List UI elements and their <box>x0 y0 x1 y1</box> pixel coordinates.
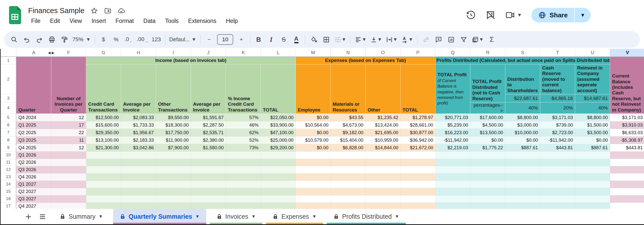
menu-view[interactable]: View <box>67 17 85 25</box>
cell-M14[interactable] <box>296 181 331 188</box>
share-dropdown[interactable]: ▼ <box>575 12 591 18</box>
menu-help[interactable]: Help <box>223 17 241 25</box>
row-header-3[interactable]: 3 <box>1 94 16 102</box>
increase-font-size-button[interactable]: + <box>235 33 247 46</box>
cell-F11[interactable] <box>51 159 86 166</box>
cell-S12[interactable] <box>505 166 540 173</box>
cell-R12[interactable] <box>470 166 505 173</box>
cell-U12[interactable] <box>575 166 610 173</box>
cell-G14[interactable] <box>86 181 121 188</box>
banner-expenses[interactable]: Expenses (based on Expenses Tab) <box>296 57 435 64</box>
cell-H16[interactable] <box>121 195 156 203</box>
header-other-transactions[interactable]: Other Transactions <box>156 64 191 114</box>
menu-extensions[interactable]: Extensions <box>185 17 220 25</box>
cell-V5[interactable]: $3,171.03 <box>610 114 644 121</box>
format-currency-button[interactable]: $ <box>97 33 110 46</box>
cell-F9[interactable]: 12 <box>51 144 86 152</box>
row-header-13[interactable]: 13 <box>1 173 16 181</box>
cell-N15[interactable] <box>331 188 366 195</box>
cell-Q13[interactable] <box>435 173 470 181</box>
vertical-align-button[interactable]: ▼ <box>369 33 384 46</box>
cell-R9[interactable]: $1,775.22 <box>470 144 505 152</box>
insert-comment-button[interactable] <box>432 33 444 46</box>
cell-G10[interactable] <box>86 152 121 159</box>
row-header-2[interactable]: 2 <box>1 64 16 94</box>
strikethrough-button[interactable]: S <box>278 33 290 46</box>
cell-R7[interactable]: $13,500.00 <box>470 129 505 136</box>
cell-T13[interactable] <box>540 173 575 181</box>
row-header-12[interactable]: 12 <box>1 166 16 173</box>
cell-K8[interactable]: 52% <box>226 136 261 144</box>
cell-I12[interactable] <box>156 166 191 173</box>
cell-H7[interactable]: $1,956.67 <box>121 129 156 136</box>
cell-G6[interactable]: $15,600.00 <box>86 121 121 129</box>
cell-L7[interactable]: $47,100.00 <box>261 129 296 136</box>
text-wrap-button[interactable]: ▼ <box>384 33 399 46</box>
cell-P13[interactable] <box>401 173 435 181</box>
cell-A8[interactable]: Q3 2025 <box>16 136 51 144</box>
cell-N9[interactable]: $6,828.00 <box>331 144 366 152</box>
row-header-5[interactable]: 5 <box>1 114 16 121</box>
cell-reinvest-pct[interactable]: 40% <box>575 102 610 114</box>
cell-G8[interactable]: $13,100.00 <box>86 136 121 144</box>
cell-M11[interactable] <box>296 159 331 166</box>
cloud-saved-icon[interactable] <box>118 7 125 15</box>
merge-cells-button[interactable]: ▼ <box>333 33 348 46</box>
cell-J6[interactable]: $2,287.50 <box>191 121 226 129</box>
cell-N12[interactable] <box>331 166 366 173</box>
decrease-decimal-button[interactable]: .0← <box>123 33 135 46</box>
cell-F6[interactable]: 17 <box>51 121 86 129</box>
cell-U6[interactable]: $1,500.00 <box>575 121 610 129</box>
cell-M13[interactable] <box>296 173 331 181</box>
share-main-segment[interactable]: Share <box>531 11 574 19</box>
table-tools-button[interactable]: ▼ <box>470 33 485 46</box>
cell-L6[interactable]: $33,900.00 <box>261 121 296 129</box>
cell-K16[interactable] <box>226 195 261 203</box>
menu-tools[interactable]: Tools <box>162 17 182 25</box>
header-materials-or-resources[interactable]: Materials or Resources <box>331 64 366 114</box>
cell-S5[interactable]: $8,800.00 <box>505 114 540 121</box>
print-button[interactable] <box>46 33 58 46</box>
cell-N7[interactable]: $9,182.00 <box>331 129 366 136</box>
cell-N6[interactable]: $4,673.00 <box>331 121 366 129</box>
cell-H8[interactable]: $2,183.33 <box>121 136 156 144</box>
cell-distribution-pct[interactable]: 40% <box>505 102 540 114</box>
cell-I10[interactable] <box>156 152 191 159</box>
cell-K13[interactable] <box>226 173 261 181</box>
move-to-folder-icon[interactable] <box>104 7 112 15</box>
header-average-per-invoice-2[interactable]: Average per Invoice <box>191 64 226 114</box>
cell-S8[interactable]: $0.00 <box>505 136 540 144</box>
cell-K11[interactable] <box>226 159 261 166</box>
column-header-J[interactable]: J <box>191 49 226 57</box>
cell-I15[interactable] <box>156 188 191 195</box>
cell-T6[interactable]: $739.00 <box>540 121 575 129</box>
cell-R6[interactable]: $4,500.00 <box>470 121 505 129</box>
cell-J16[interactable] <box>191 195 226 203</box>
cell-V10[interactable] <box>610 152 644 159</box>
cell-T7[interactable]: $2,723.00 <box>540 129 575 136</box>
cell-M6[interactable]: $10,564.00 <box>296 121 331 129</box>
cell-K6[interactable]: 46% <box>226 121 261 129</box>
cell-H6[interactable]: $1,733.33 <box>121 121 156 129</box>
header-employee[interactable]: Employee <box>296 64 331 114</box>
cell-N11[interactable] <box>331 159 366 166</box>
row-header-14[interactable]: 14 <box>1 181 16 188</box>
row-header-7[interactable]: 7 <box>1 129 16 136</box>
cell-F10[interactable] <box>51 152 86 159</box>
cell-O11[interactable] <box>366 159 401 166</box>
cell-O12[interactable] <box>366 166 401 173</box>
cell-H10[interactable] <box>121 152 156 159</box>
cell-L12[interactable] <box>261 166 296 173</box>
cell-S16[interactable] <box>505 195 540 203</box>
header-pct-income-credit-card[interactable]: % Income Credit Card Transactions <box>226 64 261 114</box>
cell-U13[interactable] <box>575 173 610 181</box>
cell-I16[interactable] <box>156 195 191 203</box>
cell-A6[interactable]: Q1 2025 <box>16 121 51 129</box>
cell-R11[interactable] <box>470 159 505 166</box>
cell-P15[interactable] <box>401 188 435 195</box>
cell-H13[interactable] <box>121 173 156 181</box>
hidden-columns-left-icon[interactable]: ◀ <box>48 51 51 55</box>
cell-S6[interactable]: $3,000.00 <box>505 121 540 129</box>
cell-J15[interactable] <box>191 188 226 195</box>
cell-Q5[interactable]: $20,771.03 <box>435 114 470 121</box>
